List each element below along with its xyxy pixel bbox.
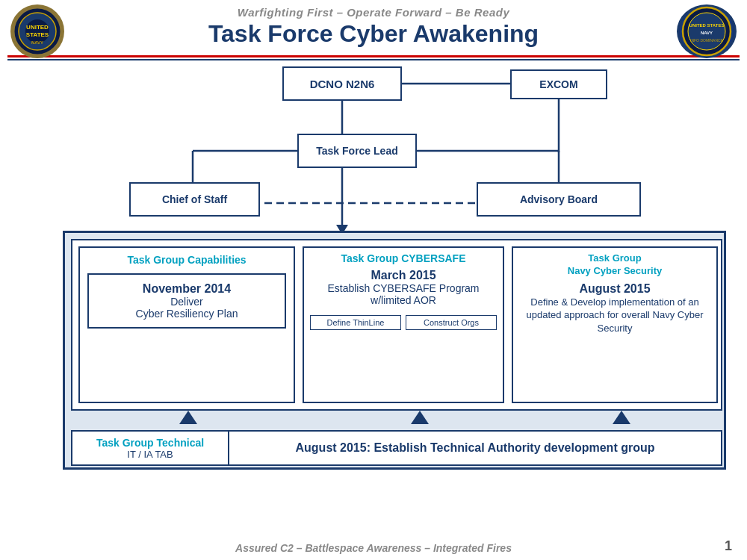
header-subtitle: Warfighting First – Operate Forward – Be… [0, 6, 747, 19]
navy-cyber-milestone: August 2015 Define & Develop implementat… [513, 279, 716, 338]
footer: Assured C2 – Battlespace Awareness – Int… [0, 542, 747, 554]
capabilities-desc: Cyber Resiliency Plan [95, 308, 279, 320]
arrow-up-3 [613, 411, 630, 427]
inner-top-container: Task Group Capabilities November 2014 De… [71, 239, 722, 411]
svg-text:NAVY: NAVY [701, 31, 713, 35]
bottom-box-text: August 2015: Establish Technical Authori… [229, 441, 721, 455]
divider-red [7, 55, 740, 57]
header-title: Task Force Cyber Awakening [0, 20, 747, 48]
outer-main-container: Task Group Capabilities November 2014 De… [63, 231, 726, 470]
cybersafe-date: March 2015 [310, 269, 497, 282]
svg-text:STATES: STATES [26, 31, 49, 38]
task-group-capabilities-container: Task Group Capabilities November 2014 De… [78, 246, 295, 403]
excom-box: EXCOM [510, 69, 607, 99]
logo-right: UNITED STATES NAVY INFO DOMINANCE [677, 4, 737, 58]
task-group-capabilities-label: Task Group Capabilities [80, 248, 294, 269]
arrow-up-1 [179, 411, 197, 427]
task-group-technical: Task Group Technical IT / IA TAB [72, 432, 229, 464]
cybersafe-desc: Establish CYBERSAFE Program w/limited AO… [310, 282, 497, 306]
advisory-board-box: Advisory Board [477, 182, 641, 217]
task-force-lead-box: Task Force Lead [297, 134, 417, 168]
logo-left: UNITED STATES NAVY [10, 4, 64, 58]
seal-left: UNITED STATES NAVY [10, 4, 64, 58]
capabilities-milestone: November 2014 Deliver Cyber Resiliency P… [87, 273, 286, 329]
page-number: 1 [725, 538, 732, 554]
task-group-cybersafe-container: Task Group CYBERSAFE March 2015 Establis… [303, 246, 504, 403]
footer-text: Assured C2 – Battlespace Awareness – Int… [235, 542, 512, 554]
svg-text:NAVY: NAVY [31, 40, 43, 45]
svg-text:UNITED: UNITED [26, 24, 49, 31]
divider-blue [7, 59, 740, 60]
header: UNITED STATES NAVY UNITED STATES NAVY IN… [0, 0, 747, 51]
task-group-cybersafe-label: Task Group CYBERSAFE [304, 248, 503, 266]
define-thinline: Define ThinLine [310, 315, 401, 330]
chief-of-staff-box: Chief of Staff [129, 182, 260, 217]
capabilities-action: Deliver [95, 296, 279, 308]
dcno-box: DCNO N2N6 [282, 66, 402, 101]
task-group-navy-cyber-container: Task GroupNavy Cyber Security August 201… [512, 246, 718, 403]
svg-text:UNITED STATES: UNITED STATES [689, 23, 725, 28]
navy-cyber-desc: Define & Develop implementation of an up… [519, 296, 710, 335]
navy-cyber-date: August 2015 [519, 282, 710, 296]
capabilities-date: November 2014 [95, 282, 279, 296]
svg-text:INFO DOMINANCE: INFO DOMINANCE [690, 38, 724, 43]
construct-orgs: Construct Orgs [406, 315, 497, 330]
task-group-technical-sub: IT / IA TAB [127, 449, 173, 460]
cybersafe-milestone: March 2015 Establish CYBERSAFE Program w… [304, 266, 503, 309]
diagram: DCNO N2N6 EXCOM Task Force Lead Chief of… [0, 66, 747, 500]
task-group-technical-label: Task Group Technical [96, 437, 204, 449]
org-container: DCNO N2N6 EXCOM Task Force Lead Chief of… [13, 66, 734, 500]
task-group-navy-cyber-label: Task GroupNavy Cyber Security [513, 248, 716, 279]
arrows-row [71, 411, 722, 430]
cybersafe-subboxes: Define ThinLine Construct Orgs [304, 312, 503, 333]
arrow-up-2 [411, 411, 429, 427]
bottom-bar: Task Group Technical IT / IA TAB August … [71, 430, 722, 466]
